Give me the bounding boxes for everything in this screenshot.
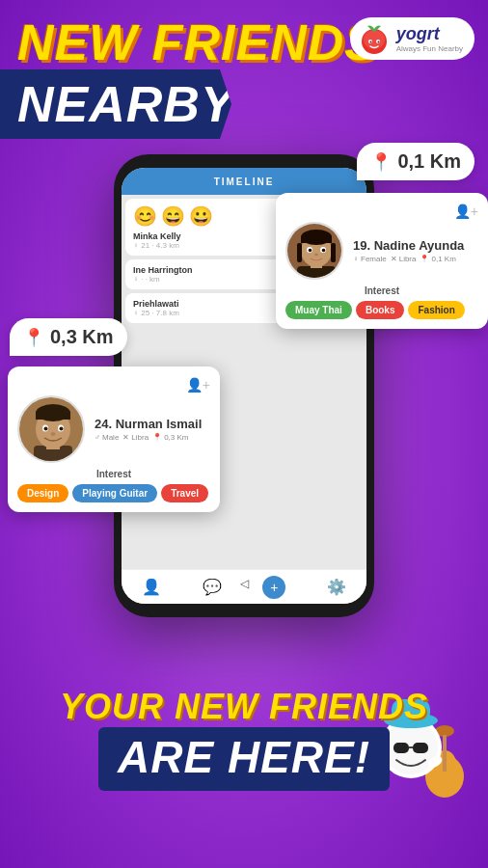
tag-playing-guitar[interactable]: Playing Guitar bbox=[72, 484, 157, 502]
nurman-name: 24. Nurman Ismail bbox=[95, 417, 202, 431]
profile-card-nadine: 👤+ bbox=[276, 193, 488, 329]
nadine-details: ♀ Female ✕ Libra 📍 0,1 Km bbox=[353, 255, 464, 263]
nurman-header: 24. Nurman Ismail ♂ Male ✕ Libra 📍 0,3 K… bbox=[17, 395, 210, 463]
nurman-interest-label: Interest bbox=[17, 469, 210, 479]
distance-bubble-right: 📍 0,1 Km bbox=[357, 143, 474, 180]
svg-point-14 bbox=[44, 427, 48, 431]
svg-point-28 bbox=[322, 249, 326, 253]
nurman-tags: Design Playing Guitar Travel bbox=[17, 484, 210, 502]
nurman-avatar bbox=[17, 395, 85, 463]
yogrt-icon bbox=[358, 22, 391, 55]
svg-rect-23 bbox=[297, 243, 302, 262]
nadine-interest-label: Interest bbox=[285, 285, 478, 296]
person-add-icon-right[interactable]: 👤+ bbox=[454, 203, 478, 219]
svg-point-27 bbox=[309, 249, 312, 253]
svg-rect-11 bbox=[36, 412, 70, 420]
distance-text-left: 0,3 Km bbox=[50, 326, 114, 348]
phone-back-button[interactable]: ◁ bbox=[240, 577, 249, 590]
svg-rect-22 bbox=[301, 236, 332, 243]
tag-books[interactable]: Books bbox=[356, 301, 405, 319]
tag-design[interactable]: Design bbox=[17, 484, 68, 502]
svg-point-29 bbox=[314, 254, 318, 257]
person-add-icon-left[interactable]: 👤+ bbox=[186, 377, 210, 393]
nadine-avatar bbox=[285, 222, 343, 280]
svg-point-16 bbox=[51, 432, 56, 436]
phone-top-bar: TIMELINE bbox=[122, 168, 366, 195]
pin-icon-right: 📍 bbox=[370, 151, 392, 173]
tag-travel[interactable]: Travel bbox=[161, 484, 208, 502]
tag-fashion[interactable]: Fashion bbox=[408, 301, 464, 319]
brand-name: yogrt bbox=[396, 24, 463, 44]
nadine-gender: ♀ Female bbox=[353, 255, 387, 263]
nadine-info: 19. Nadine Ayunda ♀ Female ✕ Libra 📍 0,1… bbox=[353, 238, 464, 263]
yogrt-logo: yogrt Always Fun Nearby bbox=[350, 17, 474, 60]
nadine-header: 19. Nadine Ayunda ♀ Female ✕ Libra 📍 0,1… bbox=[285, 222, 478, 280]
tag-muay-thai[interactable]: Muay Thai bbox=[285, 301, 352, 319]
distance-bubble-left: 📍 0,3 Km bbox=[10, 318, 127, 356]
svg-point-5 bbox=[377, 41, 379, 43]
nurman-info: 24. Nurman Ismail ♂ Male ✕ Libra 📍 0,3 K… bbox=[95, 417, 202, 442]
timeline-label: TIMELINE bbox=[214, 176, 275, 187]
nav-chat-icon[interactable]: 💬 bbox=[203, 578, 222, 596]
cta-line2-banner: ARE HERE! bbox=[98, 727, 390, 791]
header-line2-banner: NEARBY bbox=[0, 69, 231, 139]
cta-line1: YOUR NEW FRIENDS bbox=[0, 687, 488, 727]
nav-add-icon[interactable]: + bbox=[262, 576, 285, 599]
nadine-zodiac: ✕ Libra bbox=[391, 255, 417, 263]
nadine-distance: 📍 0,1 Km bbox=[420, 255, 455, 263]
nurman-gender: ♂ Male bbox=[95, 433, 119, 442]
cta-line2: ARE HERE! bbox=[118, 732, 370, 782]
nadine-name: 19. Nadine Ayunda bbox=[353, 238, 464, 253]
svg-point-1 bbox=[364, 30, 385, 49]
nav-settings-icon[interactable]: ⚙️ bbox=[327, 578, 346, 596]
bottom-cta: YOUR NEW FRIENDS ARE HERE! bbox=[0, 687, 488, 791]
header-line2: NEARBY bbox=[17, 76, 235, 132]
main-container: yogrt Always Fun Nearby NEW FRIENDS NEAR… bbox=[0, 0, 488, 868]
nurman-details: ♂ Male ✕ Libra 📍 0,3 Km bbox=[95, 433, 202, 442]
distance-text-right: 0,1 Km bbox=[397, 150, 461, 173]
nurman-zodiac: ✕ Libra bbox=[122, 433, 149, 442]
nurman-distance: 📍 0,3 Km bbox=[152, 433, 188, 442]
pin-icon-left: 📍 bbox=[23, 327, 44, 348]
nadine-tags: Muay Thai Books Fashion bbox=[285, 301, 478, 319]
profile-card-nurman: 👤+ bbox=[8, 366, 220, 512]
svg-point-15 bbox=[60, 427, 64, 431]
brand-tagline: Always Fun Nearby bbox=[396, 44, 463, 53]
svg-point-4 bbox=[369, 41, 371, 43]
svg-rect-18 bbox=[297, 266, 336, 280]
svg-rect-24 bbox=[331, 243, 336, 262]
nav-people-icon[interactable]: 👤 bbox=[142, 578, 161, 596]
